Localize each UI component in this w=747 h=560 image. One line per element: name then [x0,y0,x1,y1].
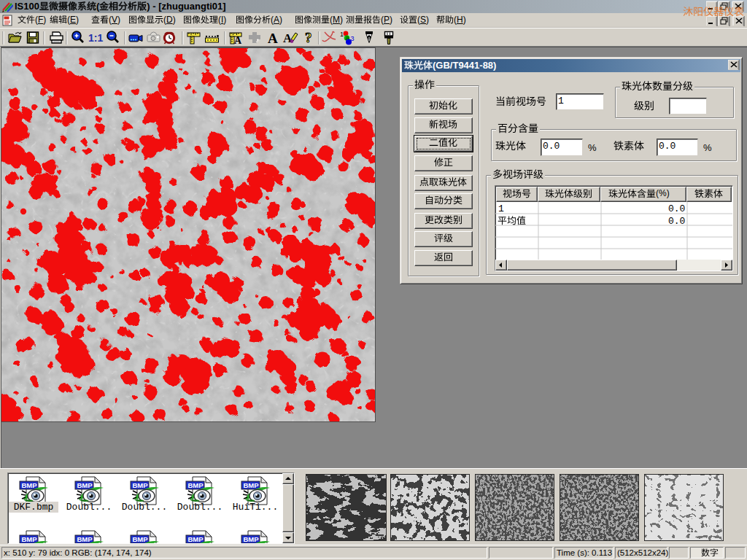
svg-text:1:1: 1:1 [88,32,103,44]
svg-text:1: 1 [340,31,344,38]
svg-text:?: ? [305,30,312,45]
svg-text:A: A [234,35,242,46]
svg-text:A: A [268,31,278,46]
svg-text:A: A [283,31,293,45]
